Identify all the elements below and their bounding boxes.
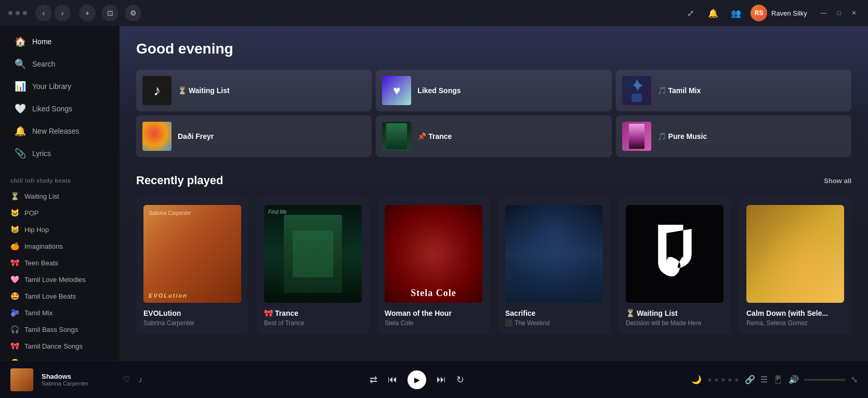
maximize-button[interactable]: □ <box>834 8 844 18</box>
add-button[interactable]: + <box>79 5 96 21</box>
card-thumb-evolution: EVOLution Sabrina Carpenter <box>143 205 241 303</box>
tile-waiting-list[interactable]: ♪ ⏳ Waiting List <box>136 70 372 111</box>
link-button[interactable]: 🔗 <box>745 375 755 384</box>
playlist-label-teenbeats: Teen Beats <box>24 259 58 267</box>
users-icon[interactable]: 👥 <box>728 5 744 21</box>
sidebar-item-library[interactable]: 📊 Your Library <box>4 75 115 97</box>
card-evolution[interactable]: EVOLution Sabrina Carpenter EVOLution Sa… <box>136 198 248 334</box>
sidebar-item-home-label: Home <box>32 37 51 46</box>
minimize-button[interactable]: — <box>818 8 830 18</box>
play-pause-button[interactable]: ▶ <box>407 370 426 389</box>
playlist-item-imaginations[interactable]: 🍊 Imaginations <box>0 238 120 254</box>
playlist-emoji-tamillovebeats: 🤩 <box>10 292 19 300</box>
playlist-label-tamilmix: Tamil Mix <box>24 309 52 317</box>
player-bar: Shadows Sabrina Carpenter ♡ ♪ ⇄ ⏮ ▶ ⏭ ↻ … <box>0 361 868 398</box>
tile-thumb-pure <box>622 122 651 151</box>
playlist-item-teenbeats[interactable]: 🎀 Teen Beats <box>0 254 120 271</box>
moon-button[interactable]: 🌙 <box>691 375 702 384</box>
sidebar-item-search-label: Search <box>32 60 55 68</box>
playlist-item-tamildance[interactable]: 🎀 Tamil Dance Songs <box>0 338 120 354</box>
playlist-emoji-tamillovemelodies: 🩷 <box>10 275 19 284</box>
card-waiting-list[interactable]: ⏳ Waiting List Decision will be Made Her… <box>619 198 731 334</box>
recently-played-header: Recently played Show all <box>136 174 851 187</box>
close-button[interactable]: ✕ <box>848 8 860 18</box>
playlist-label-waiting: Waiting List <box>24 192 59 200</box>
playlist-item-tamillovebeats[interactable]: 🤩 Tamil Love Beats <box>0 288 120 304</box>
playlist-item-waiting[interactable]: ⏳ Waiting List <box>0 188 120 204</box>
card-sub-waitinglist: Decision will be Made Here <box>626 319 724 327</box>
volume-button[interactable]: 🔊 <box>788 375 799 384</box>
player-note-button[interactable]: ♪ <box>138 375 142 384</box>
playlist-item-tamilbass[interactable]: 🎧 Tamil Bass Songs <box>0 321 120 338</box>
expand-icon[interactable]: ⤢ <box>682 5 699 21</box>
titlebar-dots <box>8 11 27 15</box>
nav-back-button[interactable]: ‹ <box>35 5 52 21</box>
queue-button[interactable]: ☰ <box>760 375 768 384</box>
card-title-calmdown: Calm Down (with Sele... <box>746 309 844 317</box>
nav-forward-button[interactable]: › <box>54 5 71 21</box>
show-all-button[interactable]: Show all <box>824 177 851 185</box>
sidebar-item-newreleases[interactable]: 🔔 New Releases <box>4 120 115 142</box>
prev-button[interactable]: ⏮ <box>388 374 397 385</box>
star-4[interactable]: ★ <box>727 376 733 383</box>
sidebar-item-liked[interactable]: 🤍 Liked Songs <box>4 98 115 120</box>
card-trance[interactable]: Find Me 🎀 Trance Best of Trance <box>257 198 369 334</box>
player-info: Shadows Sabrina Carpenter <box>42 373 114 387</box>
playlist-item-tamilgana[interactable]: 😊 Tamil Gana Songs <box>0 354 120 361</box>
repeat-button[interactable]: ↻ <box>456 374 464 386</box>
window-controls: — □ ✕ <box>818 8 860 18</box>
titlebar-dot-2 <box>16 11 20 15</box>
tile-thumb-dadi <box>142 122 172 151</box>
sabrina-art: EVOLution Sabrina Carpenter <box>143 205 241 303</box>
star-2[interactable]: ★ <box>714 376 719 383</box>
bell-icon[interactable]: 🔔 <box>705 5 721 21</box>
settings-button[interactable]: ⚙ <box>125 5 141 21</box>
card-sacrifice[interactable]: Sacrifice The Weeknd <box>498 198 610 334</box>
playlist-label-pop: POP <box>24 209 38 217</box>
playlist-item-hiphop[interactable]: 😸 Hip Hop <box>0 221 120 238</box>
tile-liked-songs[interactable]: ♥ Liked Songs <box>376 70 611 111</box>
card-thumb-stela: Stela Cole <box>385 205 482 303</box>
card-sub-trance: Best of Trance <box>264 319 362 327</box>
star-3[interactable]: ★ <box>720 376 726 383</box>
card-title-trance: 🎀 Trance <box>264 309 362 317</box>
tile-thumb-trance <box>382 122 411 151</box>
sidebar-item-search[interactable]: 🔍 Search <box>4 53 115 75</box>
tile-thumb-tamilmix <box>622 76 651 105</box>
titlebar-nav: ‹ › <box>35 5 71 21</box>
shuffle-button[interactable]: ⇄ <box>370 374 377 386</box>
devices-button[interactable]: 📱 <box>773 375 783 384</box>
card-thumb-calmdown <box>746 205 844 303</box>
tile-tamil-mix[interactable]: 🎵 Tamil Mix <box>616 70 851 111</box>
sidebar-item-lyrics[interactable]: 📎 Lyrics <box>4 143 115 164</box>
tile-label-dadi: Daði Freyr <box>178 132 214 140</box>
sidebar-item-newreleases-label: New Releases <box>32 127 79 135</box>
newreleases-icon: 🔔 <box>15 125 25 137</box>
tiles-grid: ♪ ⏳ Waiting List ♥ Liked Songs <box>136 70 851 157</box>
view-button[interactable]: ⊡ <box>102 5 119 21</box>
playlist-item-tamillovemelodies[interactable]: 🩷 Tamil Love Melodies <box>0 271 120 288</box>
playlist-emoji-tamildance: 🎀 <box>10 342 19 350</box>
library-icon: 📊 <box>15 81 25 92</box>
player-like-button[interactable]: ♡ <box>123 375 130 384</box>
user-profile[interactable]: RS Raven Silky <box>751 5 807 21</box>
card-woman-hour[interactable]: Stela Cole Woman of the Hour Stela Cole <box>377 198 490 334</box>
cards-row: EVOLution Sabrina Carpenter EVOLution Sa… <box>136 198 851 334</box>
next-button[interactable]: ⏭ <box>437 374 446 385</box>
star-5[interactable]: ★ <box>734 376 740 383</box>
card-calm-down[interactable]: Calm Down (with Sele... Rema, Selena Gom… <box>739 198 851 334</box>
sidebar-item-home[interactable]: 🏠 Home <box>4 31 115 53</box>
tile-label-pure: 🎵 Pure Music <box>657 132 707 140</box>
tile-trance[interactable]: 📌 Trance <box>376 115 611 157</box>
tile-thumb-waiting: ♪ <box>142 76 172 105</box>
tile-dadi-freyr[interactable]: Daði Freyr <box>136 115 372 157</box>
card-sub-sacrifice: The Weeknd <box>505 319 603 327</box>
tile-pure-music[interactable]: 🎵 Pure Music <box>616 115 851 157</box>
volume-bar[interactable] <box>804 379 846 381</box>
playlist-emoji-tamilbass: 🎧 <box>10 325 19 333</box>
star-rating[interactable]: ★ ★ ★ ★ ★ <box>707 376 740 383</box>
playlist-item-tamilmix[interactable]: 🫐 Tamil Mix <box>0 304 120 321</box>
expand-player-button[interactable]: ⤡ <box>851 375 858 384</box>
playlist-item-pop[interactable]: 🐱 POP <box>0 204 120 221</box>
star-1[interactable]: ★ <box>707 376 713 383</box>
